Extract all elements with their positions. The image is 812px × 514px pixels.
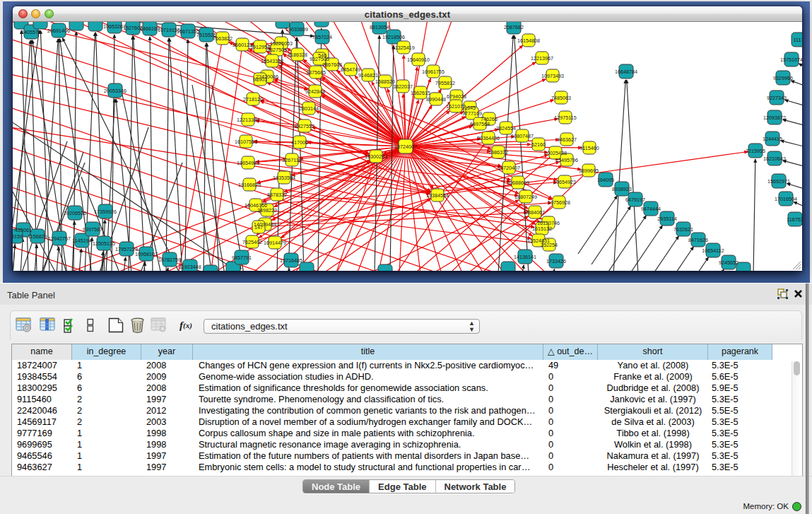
svg-text:14136141: 14136141 <box>514 254 536 260</box>
svg-text:9245652: 9245652 <box>719 259 739 266</box>
svg-text:12975115: 12975115 <box>554 115 576 121</box>
svg-text:9463627: 9463627 <box>557 136 577 143</box>
svg-text:19756928: 19756928 <box>548 199 570 206</box>
svg-text:8660123: 8660123 <box>233 42 252 48</box>
svg-text:1615132: 1615132 <box>532 226 552 232</box>
svg-text:20206536: 20206536 <box>64 210 86 216</box>
svg-text:16543382: 16543382 <box>261 58 283 64</box>
svg-text:15720407: 15720407 <box>498 165 520 171</box>
svg-text:6479197: 6479197 <box>625 197 645 203</box>
svg-text:12505135: 12505135 <box>93 240 115 247</box>
svg-text:1117: 1117 <box>794 37 802 43</box>
svg-text:7663822: 7663822 <box>213 35 233 42</box>
svg-text:9457791: 9457791 <box>232 255 252 261</box>
svg-text:20691406: 20691406 <box>47 28 70 34</box>
svg-text:19654983: 19654983 <box>237 160 259 166</box>
svg-text:11325419: 11325419 <box>392 45 414 51</box>
svg-text:7857224: 7857224 <box>312 34 332 40</box>
svg-text:9397587: 9397587 <box>83 226 102 233</box>
svg-text:8878332: 8878332 <box>267 192 287 198</box>
svg-text:15692971: 15692971 <box>767 178 790 185</box>
svg-text:15716485: 15716485 <box>280 257 302 264</box>
svg-text:10688609: 10688609 <box>507 180 529 186</box>
svg-text:16033809: 16033809 <box>286 26 308 33</box>
svg-text:8813054: 8813054 <box>370 24 389 30</box>
svg-text:19384554: 19384554 <box>426 192 449 199</box>
svg-text:98903: 98903 <box>253 76 267 83</box>
svg-text:9327505: 9327505 <box>267 47 287 53</box>
svg-text:9227343: 9227343 <box>767 95 787 101</box>
svg-text:10654112: 10654112 <box>702 247 724 254</box>
svg-text:9474444: 9474444 <box>641 206 661 212</box>
svg-text:19654923: 19654923 <box>553 179 576 185</box>
svg-text:3215955: 3215955 <box>746 148 765 154</box>
svg-text:147: 147 <box>254 224 263 230</box>
svg-text:15640910: 15640910 <box>407 57 430 63</box>
svg-text:39159: 39159 <box>13 233 23 240</box>
svg-text:1244415: 1244415 <box>763 136 782 142</box>
svg-text:18807249: 18807249 <box>514 194 537 200</box>
svg-text:6497568: 6497568 <box>470 121 490 127</box>
svg-text:3498222: 3498222 <box>257 207 277 214</box>
svg-text:10973493: 10973493 <box>541 73 564 79</box>
svg-text:1145194: 1145194 <box>72 238 91 244</box>
svg-text:62160: 62160 <box>531 141 546 148</box>
svg-text:8427552: 8427552 <box>295 123 314 129</box>
svg-text:2867608: 2867608 <box>322 62 342 68</box>
svg-text:10807487: 10807487 <box>511 133 534 139</box>
svg-text:7485063: 7485063 <box>551 95 571 101</box>
svg-text:16782759: 16782759 <box>158 257 181 263</box>
svg-text:19166825: 19166825 <box>238 182 261 188</box>
svg-text:17016504: 17016504 <box>775 196 797 202</box>
svg-text:1362615: 1362615 <box>411 90 430 96</box>
svg-text:164095: 164095 <box>597 177 614 183</box>
svg-text:9884067: 9884067 <box>525 209 545 216</box>
svg-text:12213389: 12213389 <box>237 117 259 123</box>
svg-text:11923448: 11923448 <box>179 264 201 270</box>
svg-text:18724007: 18724007 <box>394 144 417 150</box>
svg-text:8938923: 8938923 <box>612 186 632 192</box>
svg-text:417006: 417006 <box>291 139 308 146</box>
svg-text:7986372: 7986372 <box>488 149 508 156</box>
svg-text:15300293: 15300293 <box>365 153 387 160</box>
svg-text:2718120: 2718120 <box>243 96 263 103</box>
svg-text:6466160: 6466160 <box>140 25 160 32</box>
svg-text:16107553: 16107553 <box>235 139 257 145</box>
svg-text:3824554: 3824554 <box>496 125 516 132</box>
svg-text:116753: 116753 <box>787 216 802 223</box>
svg-text:3875685: 3875685 <box>306 69 326 76</box>
svg-text:15226053: 15226053 <box>270 40 293 47</box>
svg-text:9146821: 9146821 <box>358 72 378 78</box>
svg-text:1588520: 1588520 <box>375 78 395 85</box>
svg-text:19218506: 19218506 <box>382 34 405 40</box>
svg-text:3822037: 3822037 <box>393 83 413 90</box>
svg-text:17359926: 17359926 <box>94 209 117 215</box>
svg-text:6794028: 6794028 <box>447 93 466 100</box>
svg-text:1621072: 1621072 <box>446 103 466 110</box>
svg-text:20053346: 20053346 <box>104 88 126 94</box>
svg-text:2087682: 2087682 <box>504 24 524 30</box>
svg-text:15751074: 15751074 <box>780 57 802 63</box>
svg-text:(x): (x) <box>183 321 192 330</box>
svg-text:9329966: 9329966 <box>773 75 793 81</box>
svg-text:12093872: 12093872 <box>763 115 786 121</box>
svg-text:16648784: 16648784 <box>615 69 637 75</box>
svg-text:10958107: 10958107 <box>135 251 158 257</box>
svg-text:15495796: 15495796 <box>555 157 578 163</box>
svg-text:1156829: 1156829 <box>28 233 47 240</box>
svg-text:252254: 252254 <box>541 242 558 248</box>
svg-text:435061: 435061 <box>15 227 32 233</box>
svg-text:20364436: 20364436 <box>477 135 500 141</box>
svg-text:16914479: 16914479 <box>264 240 286 246</box>
svg-text:2803144: 2803144 <box>299 105 319 112</box>
svg-text:8990448: 8990448 <box>426 96 446 103</box>
svg-text:3267110: 3267110 <box>282 157 301 163</box>
svg-text:16154808: 16154808 <box>517 37 540 44</box>
svg-text:16961755: 16961755 <box>422 69 445 75</box>
svg-text:7955812: 7955812 <box>435 80 455 86</box>
svg-text:8471626: 8471626 <box>688 237 708 243</box>
svg-text:9899695: 9899695 <box>579 168 599 174</box>
svg-text:12942757: 12942757 <box>48 235 71 242</box>
svg-text:7632621: 7632621 <box>673 226 693 233</box>
svg-text:12213967: 12213967 <box>531 55 553 62</box>
